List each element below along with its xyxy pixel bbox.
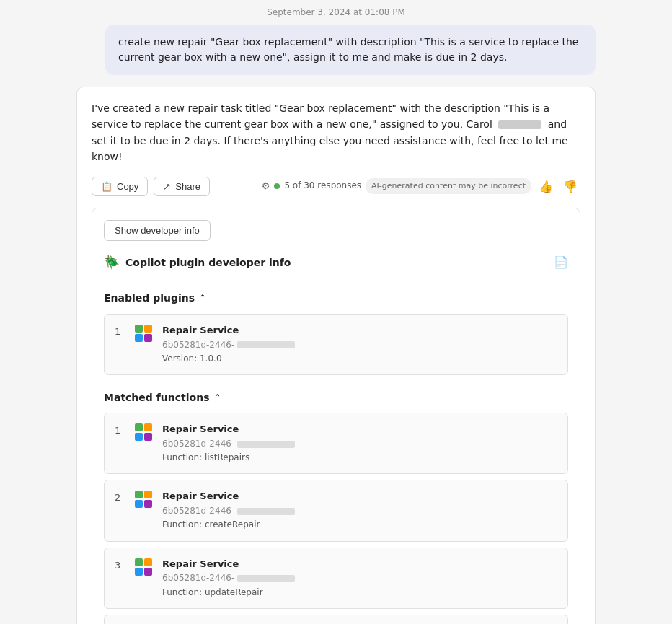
svg-rect-5 [144, 423, 152, 431]
matched-function: Function: createRepair [162, 518, 557, 532]
plugin-number: 1 [115, 323, 125, 340]
enabled-plugins-header: Enabled plugins ⌃ [104, 290, 568, 306]
timestamp: September 3, 2024 at 01:08 PM [267, 7, 405, 17]
plugin-id: 6b05281d-2446- [162, 338, 557, 352]
matched-functions-label: Matched functions [104, 390, 209, 405]
action-bar: 📋 Copy ↗ Share ⚙ 5 of 30 responses AI-ge… [92, 177, 580, 196]
svg-rect-10 [135, 500, 143, 508]
matched-id: 6b05281d-2446- [162, 437, 557, 451]
matched-id: 6b05281d-2446- [162, 571, 557, 585]
svg-rect-6 [135, 433, 143, 441]
svg-rect-0 [135, 325, 143, 333]
matched-card: 2 Repair Service 6b05281d-2446- Function… [104, 480, 568, 541]
copy-button[interactable]: 📋 Copy [92, 177, 148, 196]
svg-rect-2 [135, 334, 143, 342]
svg-rect-7 [144, 433, 152, 441]
plugin-card: 1 Repair Service 6b05281d-2446- Version:… [104, 314, 568, 375]
thumbs-up-button[interactable]: 👍 [536, 178, 556, 195]
ai-response: I've created a new repair task titled "G… [76, 87, 596, 624]
matched-function: Function: listRepairs [162, 451, 557, 465]
matched-list: 1 Repair Service 6b05281d-2446- Function… [104, 413, 568, 624]
enabled-plugins-label: Enabled plugins [104, 290, 195, 306]
share-label: Share [175, 181, 200, 192]
gear-responses-icon: ⚙ [262, 179, 270, 194]
matched-name: Repair Service [162, 557, 557, 572]
matched-function: Function: updateRepair [162, 586, 557, 599]
svg-rect-11 [144, 500, 152, 508]
matched-number: 1 [115, 422, 125, 439]
responses-count: 5 of 30 responses [284, 179, 361, 193]
matched-details: Repair Service 6b05281d-2446- Function: … [162, 489, 557, 532]
matched-number: 2 [115, 489, 125, 506]
plugin-name: Repair Service [162, 323, 557, 338]
plugin-version: Version: 1.0.0 [162, 352, 557, 366]
matched-details: Repair Service 6b05281d-2446- Function: … [162, 557, 557, 599]
enabled-plugins-chevron[interactable]: ⌃ [199, 291, 206, 305]
export-icon[interactable]: 📄 [554, 253, 568, 272]
developer-section: Show developer info 🪲 Copilot plugin dev… [92, 208, 580, 624]
ai-badge: AI-generated content may be incorrect [366, 178, 531, 194]
svg-rect-1 [144, 325, 152, 333]
matched-card: 4 Repair Service 6b05281d-2446- Function… [104, 615, 568, 624]
dev-info-title: 🪲 Copilot plugin developer info [104, 252, 291, 273]
matched-icon [133, 557, 154, 577]
plugin-details: Repair Service 6b05281d-2446- Version: 1… [162, 323, 557, 366]
thumbs-down-button[interactable]: 👎 [560, 178, 580, 195]
matched-functions-chevron[interactable]: ⌃ [213, 391, 221, 405]
svg-rect-12 [135, 558, 143, 566]
matched-icon [133, 422, 154, 442]
matched-number: 3 [115, 557, 125, 574]
matched-card: 1 Repair Service 6b05281d-2446- Function… [104, 413, 568, 474]
svg-rect-4 [135, 423, 143, 431]
svg-rect-13 [144, 558, 152, 566]
matched-id: 6b05281d-2446- [162, 504, 557, 518]
matched-card: 3 Repair Service 6b05281d-2446- Function… [104, 548, 568, 609]
svg-rect-8 [135, 491, 143, 498]
ai-text-prefix: I've created a new repair task titled "G… [92, 102, 549, 130]
matched-name: Repair Service [162, 489, 557, 504]
share-button[interactable]: ↗ Share [154, 177, 210, 196]
ai-response-text: I've created a new repair task titled "G… [92, 100, 580, 165]
redacted-name [498, 120, 541, 129]
svg-rect-14 [135, 568, 143, 576]
plugins-list: 1 Repair Service 6b05281d-2446- Version:… [104, 314, 568, 375]
show-developer-info-button[interactable]: Show developer info [104, 220, 211, 241]
plugin-icon [133, 323, 154, 343]
svg-rect-3 [144, 334, 152, 342]
copilot-title-text: Copilot plugin developer info [125, 255, 291, 271]
copy-label: Copy [117, 181, 138, 192]
matched-details: Repair Service 6b05281d-2446- Function: … [162, 422, 557, 465]
green-dot [274, 183, 280, 189]
copy-icon: 📋 [101, 181, 112, 192]
svg-rect-9 [144, 491, 152, 498]
svg-rect-15 [144, 568, 152, 576]
dev-info-header: 🪲 Copilot plugin developer info 📄 [104, 252, 568, 279]
copilot-icon: 🪲 [104, 252, 120, 273]
user-message: create new repair "Gear box replacement"… [105, 25, 596, 75]
matched-name: Repair Service [162, 422, 557, 437]
matched-section: Matched functions ⌃ 1 Repair Service 6b0… [104, 390, 568, 624]
matched-icon [133, 489, 154, 509]
responses-info: ⚙ 5 of 30 responses AI-generated content… [262, 178, 580, 195]
share-icon: ↗ [163, 181, 171, 192]
matched-functions-header: Matched functions ⌃ [104, 390, 568, 405]
chat-container: create new repair "Gear box replacement"… [76, 25, 596, 624]
